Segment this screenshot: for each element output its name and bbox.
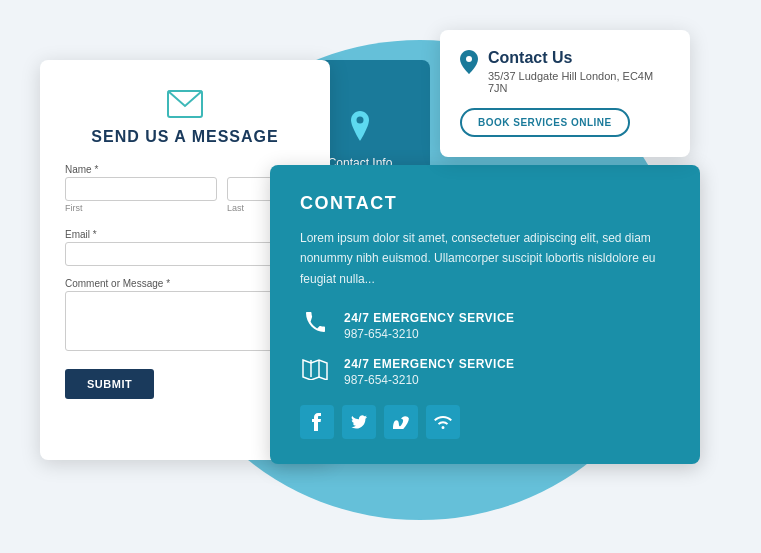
first-label: First [65,203,217,213]
facebook-button[interactable] [300,405,334,439]
service2-phone: 987-654-3210 [344,373,515,387]
emergency-service-map-row: 24/7 EMERGENCY SERVICE 987-654-3210 [300,357,670,387]
book-services-button[interactable]: BOOK SERVICES ONLINE [460,108,630,137]
emergency-service-phone-row: 24/7 EMERGENCY SERVICE 987-654-3210 [300,311,670,341]
location-pin-icon [460,50,478,79]
phone-icon [300,312,330,340]
contact-us-card: Contact Us 35/37 Ludgate Hill London, EC… [440,30,690,157]
vimeo-button[interactable] [384,405,418,439]
contact-description: Lorem ipsum dolor sit amet, consectetuer… [300,228,670,289]
contact-us-address: 35/37 Ludgate Hill London, EC4M 7JN [488,70,670,94]
email-input[interactable] [65,242,305,266]
name-first-group: Name * First [65,164,217,213]
wifi-button[interactable] [426,405,460,439]
map-icon [300,358,330,386]
svg-point-2 [466,56,472,62]
map-pin-icon [348,111,372,148]
comment-textarea[interactable] [65,291,305,351]
twitter-button[interactable] [342,405,376,439]
name-label: Name * [65,164,217,175]
comment-group: Comment or Message * [65,278,305,351]
service1-phone: 987-654-3210 [344,327,515,341]
main-contact-card: CONTACT Lorem ipsum dolor sit amet, cons… [270,165,700,464]
submit-button[interactable]: SUBMIT [65,369,154,399]
comment-label: Comment or Message * [65,278,305,289]
social-links-row [300,405,670,439]
service2-title: 24/7 EMERGENCY SERVICE [344,357,515,371]
email-group: Email * [65,229,305,266]
envelope-icon [65,90,305,118]
contact-us-title: Contact Us [488,48,670,67]
name-first-input[interactable] [65,177,217,201]
form-title: SEND US A MESSAGE [65,128,305,146]
contact-heading: CONTACT [300,193,670,214]
service1-title: 24/7 EMERGENCY SERVICE [344,311,515,325]
svg-point-1 [357,116,364,123]
email-label: Email * [65,229,305,240]
